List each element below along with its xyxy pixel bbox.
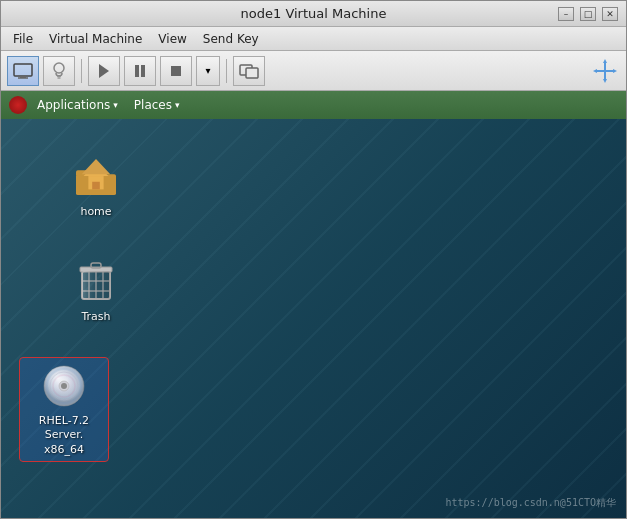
places-label: Places: [134, 98, 172, 112]
snapshot-button[interactable]: [233, 56, 265, 86]
trash-icon-image: [72, 258, 120, 306]
svg-rect-11: [246, 68, 258, 78]
svg-rect-0: [14, 64, 32, 76]
dropdown-button[interactable]: ▾: [196, 56, 220, 86]
svg-marker-15: [603, 79, 607, 83]
applications-menu[interactable]: Applications ▾: [31, 96, 124, 114]
rhel-icon[interactable]: RHEL-7.2 Server. x86_64: [19, 357, 109, 462]
menu-file[interactable]: File: [5, 30, 41, 48]
toolbar-sep-1: [81, 59, 82, 83]
minimize-button[interactable]: –: [558, 7, 574, 21]
applications-arrow: ▾: [113, 100, 118, 110]
close-button[interactable]: ✕: [602, 7, 618, 21]
rhel-label: RHEL-7.2 Server. x86_64: [24, 414, 104, 457]
lamp-button[interactable]: [43, 56, 75, 86]
home-icon-image: [72, 153, 120, 201]
svg-rect-22: [92, 182, 100, 190]
trash-icon[interactable]: Trash: [51, 254, 141, 328]
places-menu[interactable]: Places ▾: [128, 96, 186, 114]
svg-point-36: [61, 383, 67, 389]
svg-marker-17: [613, 69, 617, 73]
svg-rect-32: [82, 271, 110, 299]
stop-button[interactable]: [160, 56, 192, 86]
svg-marker-16: [593, 69, 597, 73]
app-bar: Applications ▾ Places ▾: [1, 91, 626, 119]
menu-bar: File Virtual Machine View Send Key: [1, 27, 626, 51]
menu-virtual-machine[interactable]: Virtual Machine: [41, 30, 150, 48]
play-button[interactable]: [88, 56, 120, 86]
toolbar: ▾: [1, 51, 626, 91]
svg-rect-8: [141, 65, 145, 77]
display-button[interactable]: [7, 56, 39, 86]
maximize-button[interactable]: □: [580, 7, 596, 21]
menu-send-key[interactable]: Send Key: [195, 30, 267, 48]
svg-marker-14: [603, 59, 607, 63]
window-controls: – □ ✕: [558, 7, 618, 21]
home-label: home: [80, 205, 111, 219]
svg-marker-6: [99, 64, 109, 78]
svg-rect-9: [171, 66, 181, 76]
desktop: home: [1, 119, 626, 518]
move-button[interactable]: [590, 56, 620, 86]
places-arrow: ▾: [175, 100, 180, 110]
svg-rect-7: [135, 65, 139, 77]
trash-label: Trash: [81, 310, 110, 324]
gnome-logo: [9, 96, 27, 114]
watermark: https://blog.csdn.n@51CTO精华: [445, 496, 616, 510]
home-icon[interactable]: home: [51, 149, 141, 223]
window-title: node1 Virtual Machine: [69, 6, 558, 21]
svg-rect-31: [91, 263, 101, 268]
applications-label: Applications: [37, 98, 110, 112]
rhel-icon-image: [40, 362, 88, 410]
virtual-machine-window: node1 Virtual Machine – □ ✕ File Virtual…: [0, 0, 627, 519]
svg-point-3: [54, 63, 64, 73]
menu-view[interactable]: View: [150, 30, 194, 48]
title-bar: node1 Virtual Machine – □ ✕: [1, 1, 626, 27]
toolbar-sep-2: [226, 59, 227, 83]
pause-button[interactable]: [124, 56, 156, 86]
svg-marker-23: [82, 159, 111, 174]
